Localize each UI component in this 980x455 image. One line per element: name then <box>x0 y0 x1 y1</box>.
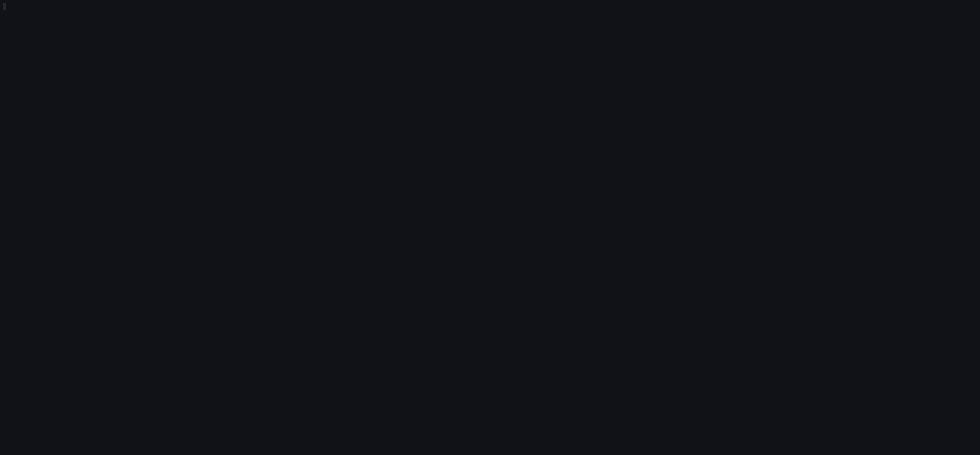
dashboard: State WarmCold: 118:0020:0022:0000:0002:… <box>0 0 9 5</box>
panel-traffic: Traffic 02000000000040000000000600000000… <box>3 9 6 10</box>
traffic-svg[interactable] <box>3 9 6 10</box>
